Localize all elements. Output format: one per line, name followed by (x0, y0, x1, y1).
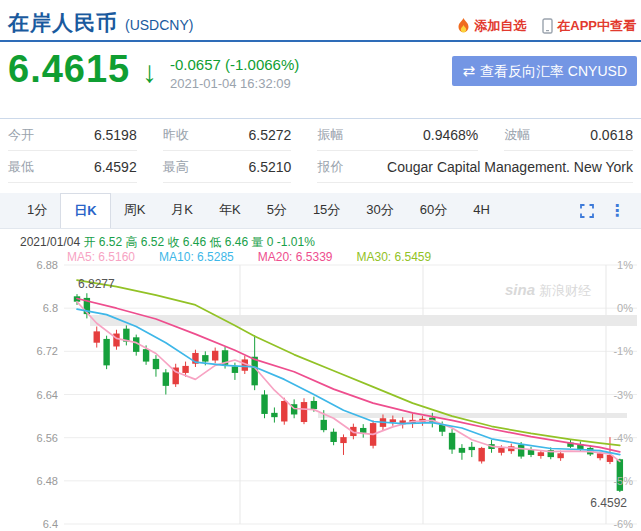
stat-value: 6.5272 (249, 127, 292, 143)
quote-timestamp: 2021-01-04 16:32:09 (170, 76, 299, 91)
stat-label: 最高 (163, 158, 189, 176)
y-axis-label-left: 6.8 (43, 302, 58, 314)
stat-cell-5: 最高6.5210 (163, 151, 292, 183)
low-annotation: 6.4592 (590, 496, 627, 510)
stat-cell-1: 昨收6.5272 (163, 119, 292, 151)
quote-stats-grid: 今开6.5198昨收6.5272振幅0.9468%波幅0.0618最低6.459… (0, 118, 641, 183)
view-in-app-button[interactable]: 在APP中查看 (542, 17, 636, 35)
stat-label: 最低 (8, 158, 34, 176)
page-title: 在岸人民币 (8, 9, 118, 37)
flame-icon (457, 18, 470, 34)
stat-cell-6: 报价Cougar Capital Management. New York (317, 151, 633, 183)
stat-value: 6.5210 (249, 159, 292, 175)
stat-value: 0.9468% (423, 127, 478, 143)
reverse-rate-label: 查看反向汇率 CNYUSD (480, 56, 627, 86)
ma-label-2: MA20: 6.5339 (258, 250, 333, 264)
ma-label-0: MA5: 6.5160 (67, 250, 135, 264)
high-annotation: 6.8277 (78, 277, 115, 291)
fullscreen-icon[interactable] (580, 204, 594, 218)
stat-cell-3: 波幅0.0618 (504, 119, 633, 151)
ma-label-1: MA10: 6.5285 (159, 250, 234, 264)
ma-line-ma10 (77, 309, 620, 455)
price-change-block: -0.0657 (-1.0066%) 2021-01-04 16:32:09 (170, 56, 299, 91)
tab-日K[interactable]: 日K (60, 193, 110, 228)
y-axis-label-right: 0% (617, 302, 633, 314)
add-watchlist-button[interactable]: 添加自选 (457, 17, 526, 35)
stat-cell-0: 今开6.5198 (8, 119, 137, 151)
y-axis-label-right: -3% (613, 389, 633, 401)
swap-icon: ⇄ (462, 56, 475, 86)
tab-30分[interactable]: 30分 (353, 193, 406, 228)
stat-label: 昨收 (163, 126, 189, 144)
tab-5分[interactable]: 5分 (254, 193, 300, 228)
ticker-symbol: (USDCNY) (125, 17, 193, 33)
more-options-icon[interactable]: ⋮ (609, 203, 625, 219)
tab-月K[interactable]: 月K (158, 193, 206, 228)
tab-15分[interactable]: 15分 (300, 193, 353, 228)
ma-legend: MA5: 6.5160MA10: 6.5285MA20: 6.5339MA30:… (67, 250, 431, 264)
stat-label: 报价 (317, 158, 343, 176)
stat-label: 今开 (8, 126, 34, 144)
stat-label: 波幅 (504, 126, 530, 144)
period-tabs: 1分日K周K月K年K5分15分30分60分4H (14, 193, 503, 228)
y-axis-label-left: 6.64 (37, 389, 58, 401)
ohlc-info-bar: 2021/01/04 开 6.52 高 6.52 收 6.46 低 6.46 量… (20, 234, 315, 251)
kline-chart[interactable]: 2021/01/04 开 6.52 高 6.52 收 6.46 低 6.46 量… (0, 228, 641, 531)
stat-value: 6.4592 (94, 159, 137, 175)
y-axis-label-right: -5% (613, 475, 633, 487)
stat-cell-2: 振幅0.9468% (317, 119, 478, 151)
tab-年K[interactable]: 年K (206, 193, 254, 228)
page-header: 在岸人民币 (USDCNY) 添加自选 在APP中查看 (0, 0, 641, 42)
stat-cell-4: 最低6.4592 (8, 151, 137, 183)
stat-label: 振幅 (317, 126, 343, 144)
candlestick-canvas[interactable]: sina新浪财经6.881%6.80%6.72-1%6.64-3%6.56-4%… (0, 228, 641, 531)
ohlc-date: 2021/01/04 (20, 235, 80, 249)
y-axis-label-right: -1% (613, 345, 633, 357)
sina-watermark: sina新浪财经 (505, 281, 591, 298)
tab-60分[interactable]: 60分 (407, 193, 460, 228)
stat-value: Cougar Capital Management. New York (387, 159, 633, 175)
y-axis-label-left: 6.56 (37, 432, 58, 444)
last-price: 6.4615 (8, 48, 130, 91)
phone-icon (542, 18, 553, 34)
y-axis-label-right: -4% (613, 432, 633, 444)
usdcny-quote-page: 在岸人民币 (USDCNY) 添加自选 在APP中查看 6.4615 ↓ (0, 0, 641, 531)
reverse-rate-button[interactable]: ⇄ 查看反向汇率 CNYUSD (452, 56, 637, 86)
y-axis-label-left: 6.88 (37, 259, 58, 271)
ma-label-3: MA30: 6.5459 (356, 250, 431, 264)
view-in-app-label: 在APP中查看 (557, 17, 636, 35)
tab-1分[interactable]: 1分 (14, 193, 60, 228)
y-axis-label-left: 6.48 (37, 475, 58, 487)
period-tab-bar: 1分日K周K月K年K5分15分30分60分4H ⋮ (0, 193, 641, 229)
y-axis-label-right: -6% (613, 518, 633, 530)
tab-4H[interactable]: 4H (460, 193, 503, 228)
down-arrow-icon: ↓ (142, 55, 157, 89)
add-watchlist-label: 添加自选 (474, 17, 526, 35)
y-axis-label-left: 6.72 (37, 345, 58, 357)
stat-value: 6.5198 (94, 127, 137, 143)
instrument-title: 在岸人民币 (USDCNY) (8, 9, 193, 37)
y-axis-label-left: 6.4 (43, 518, 58, 530)
price-change: -0.0657 (-1.0066%) (170, 56, 299, 73)
y-axis-label-right: 1% (617, 259, 633, 271)
tab-周K[interactable]: 周K (111, 193, 159, 228)
stat-value: 0.0618 (590, 127, 633, 143)
ohlc-values: 开 6.52 高 6.52 收 6.46 低 6.46 量 0 -1.01% (83, 235, 314, 249)
